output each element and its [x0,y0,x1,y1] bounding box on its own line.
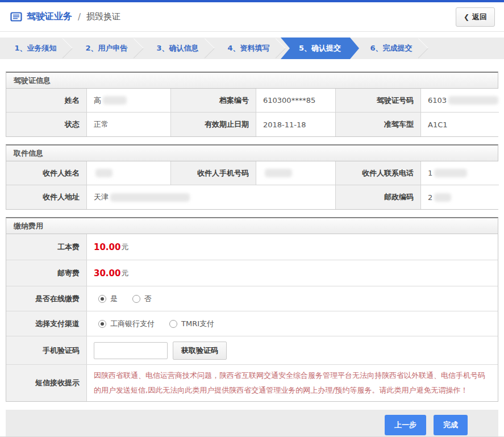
postage-fee-label: 邮寄费 [6,260,87,286]
back-button[interactable]: ❮ 返回 [456,7,495,27]
radio-option-yes[interactable]: 是 [98,294,118,304]
footer-action-bar: 上一步 完成 [6,410,498,437]
section-payment: 缴纳费用 工本费 10.00 元 邮寄费 30.00 元 是否在线缴费 是 [6,217,498,402]
radio-option-no[interactable]: 否 [132,294,152,304]
recipient-phone-text: 1 [428,169,432,177]
breadcrumb-separator: / [78,12,81,22]
postage-fee-amount: 30.00 [94,268,120,278]
vehicle-class-label: 准驾车型 [336,113,421,136]
online-payment-options: 是 否 [87,286,498,311]
redacted-value [103,96,127,105]
license-info-table: 姓名 高 档案编号 610300****85 驾驶证号码 6103 状态 正常 … [6,89,498,137]
section-license-info: 驾驶证信息 姓名 高 档案编号 610300****85 驾驶证号码 6103 … [6,72,498,137]
radio-label: TMRI支付 [181,319,214,329]
breadcrumb: 驾驶证业务 / 损毁换证 [10,11,120,23]
license-number-value: 6103 [421,89,499,113]
license-number-text: 6103 [428,96,447,105]
recipient-phone-label: 收件人联系电话 [336,161,421,185]
section-title: 驾驶证信息 [6,72,498,89]
previous-step-button[interactable]: 上一步 [385,415,426,435]
production-fee-value: 10.00 元 [87,234,498,260]
recipient-phone-value: 1 [421,161,499,185]
page-title: 驾驶证业务 [27,11,72,23]
sms-code-field-group: 获取验证码 [87,336,498,364]
radio-option-tmri-pay[interactable]: TMRI支付 [169,319,214,329]
name-value-text: 高 [94,95,101,106]
recipient-mobile-value [256,161,336,185]
chevron-left-icon: ❮ [464,13,469,21]
file-number-value: 610300****85 [256,89,336,113]
step-5-confirm-submit-active: 5、确认提交 [281,38,359,59]
license-number-label: 驾驶证号码 [336,89,421,113]
payment-channel-options: 工商银行支付 TMRI支付 [87,311,498,336]
recipient-address-label: 收件人地址 [6,185,87,209]
currency-unit: 元 [121,242,128,252]
file-number-label: 档案编号 [171,89,256,113]
get-code-button[interactable]: 获取验证码 [173,342,227,360]
radio-label: 否 [144,294,152,304]
online-payment-row: 是否在线缴费 是 否 [6,286,498,311]
step-1-business-notes: 1、业务须知 [0,38,71,59]
postal-code-value: 2 [421,185,499,209]
form-list-icon [10,12,22,22]
online-payment-label: 是否在线缴费 [6,286,87,311]
sms-code-input[interactable] [94,342,168,359]
step-label: 5、确认提交 [299,44,341,52]
sms-notice-row: 短信接收提示 因陕西省联通、电信运营商技术问题，陕西省互联网交通安全综合服务管理… [6,365,498,401]
sms-notice-text: 因陕西省联通、电信运营商技术问题，陕西省互联网交通安全综合服务管理平台无法向持陕… [87,365,498,401]
payment-channel-label: 选择支付渠道 [6,311,87,336]
sms-notice-label: 短信接收提示 [6,365,87,401]
radio-option-icbc-pay[interactable]: 工商银行支付 [98,319,155,329]
redacted-value [448,96,498,105]
radio-unchecked-icon[interactable] [169,320,177,328]
back-button-label: 返回 [472,12,487,22]
step-label: 2、用户申告 [85,44,127,52]
recipient-address-text: 天津 [94,192,109,202]
vehicle-class-value: A1C1 [421,113,499,136]
redacted-value [110,193,190,202]
payment-table: 工本费 10.00 元 邮寄费 30.00 元 是否在线缴费 是 [6,234,498,402]
status-label: 状态 [6,113,87,136]
step-label: 4、资料填写 [227,44,269,52]
name-value: 高 [87,89,171,113]
step-label: 6、完成提交 [370,44,412,52]
step-3-confirm-info: 3、确认信息 [142,38,213,59]
postal-code-text: 2 [428,193,432,202]
step-label: 1、业务须知 [14,44,56,52]
radio-checked-icon[interactable] [98,295,106,303]
redacted-value [95,169,113,177]
production-fee-row: 工本费 10.00 元 [6,234,498,260]
redacted-value [265,169,292,177]
recipient-mobile-label: 收件人手机号码 [171,161,256,185]
sms-code-row: 手机验证码 获取验证码 [6,336,498,365]
expiry-date-value: 2018-11-18 [256,113,336,136]
section-title: 取件信息 [6,144,498,161]
finish-button[interactable]: 完成 [434,415,468,435]
currency-unit: 元 [121,268,128,278]
postage-fee-row: 邮寄费 30.00 元 [6,260,498,286]
postage-fee-value: 30.00 元 [87,260,498,286]
sms-code-label: 手机验证码 [6,336,87,364]
name-label: 姓名 [6,89,87,113]
radio-unchecked-icon[interactable] [132,295,140,303]
radio-label: 工商银行支付 [110,319,155,329]
payment-channel-row: 选择支付渠道 工商银行支付 TMRI支付 [6,311,498,336]
recipient-name-value [87,161,171,185]
recipient-name-label: 收件人姓名 [6,161,87,185]
step-label: 3、确认信息 [156,44,198,52]
breadcrumb-current: 损毁换证 [86,11,120,22]
radio-checked-icon[interactable] [98,320,106,328]
redacted-value [434,193,451,202]
step-2-user-declaration: 2、用户申告 [71,38,142,59]
production-fee-amount: 10.00 [94,242,120,252]
section-pickup-info: 取件信息 收件人姓名 收件人手机号码 收件人联系电话 1 收件人地址 天津 邮政… [6,144,498,210]
expiry-date-label: 有效期止日期 [171,113,256,136]
step-nav: 1、业务须知 2、用户申告 3、确认信息 4、资料填写 5、确认提交 6、完成提… [0,38,504,59]
pickup-info-table: 收件人姓名 收件人手机号码 收件人联系电话 1 收件人地址 天津 邮政编码 2 [6,161,498,210]
step-4-fill-data: 4、资料填写 [213,38,284,59]
online-payment-radio-group: 是 否 [94,294,152,304]
radio-label: 是 [110,294,118,304]
status-value: 正常 [87,113,171,136]
section-title: 缴纳费用 [6,217,498,234]
postal-code-label: 邮政编码 [336,185,421,209]
